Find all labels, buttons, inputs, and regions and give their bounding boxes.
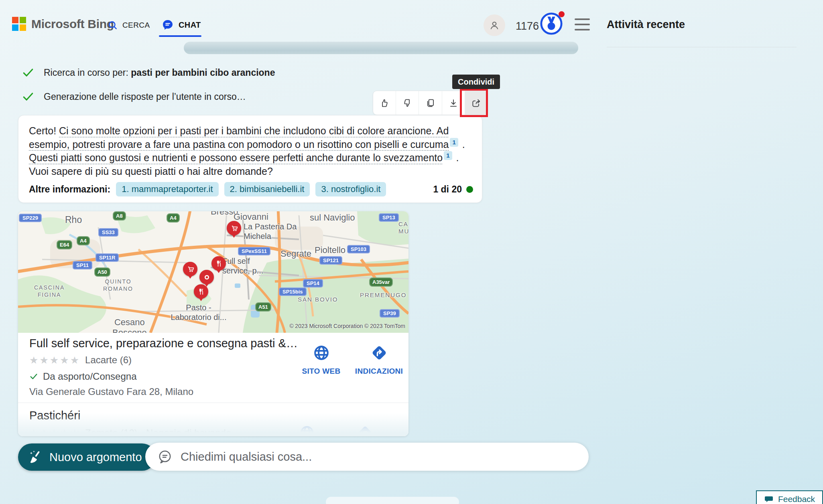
- thumbs-up-icon: [379, 98, 390, 108]
- directions-button[interactable]: [357, 425, 373, 436]
- map-label-cesano-line2: Boscone: [112, 328, 147, 333]
- download-icon: [448, 98, 459, 108]
- map-label-sul-naviglio: sul Naviglio: [310, 213, 355, 223]
- map[interactable]: Bresso Rho Giovanni sul Naviglio La Past…: [18, 211, 408, 333]
- map-pin-restaurant[interactable]: [194, 284, 208, 299]
- rating-row: ★★★★★ Zomato (12) · Negozio di bevande: [29, 427, 231, 436]
- map-label-quinto-line1: QUINTO: [103, 278, 133, 285]
- road-badge-a50: A50: [94, 267, 110, 277]
- source-link-2[interactable]: 2. bimbisaniebelli.it: [224, 182, 310, 196]
- map-label-ca: CA: [398, 221, 408, 228]
- share-button[interactable]: [465, 91, 488, 115]
- map-label-quinto-line2: ROMANO: [103, 285, 133, 292]
- citation-badge-2[interactable]: 1: [444, 151, 452, 160]
- new-topic-button[interactable]: Nuovo argomento: [18, 443, 156, 471]
- profile-avatar[interactable]: [484, 14, 505, 36]
- tab-chat[interactable]: CHAT: [161, 18, 201, 31]
- sources-label: Altre informazioni:: [29, 184, 110, 195]
- thumbs-down-button[interactable]: [396, 91, 419, 115]
- place-title: Full self service, preparazione e conseg…: [29, 337, 298, 350]
- chat-input-bar[interactable]: [145, 443, 589, 471]
- map-label-cascina-line1: CASCINA: [34, 284, 65, 291]
- copy-icon: [425, 98, 436, 108]
- feedback-label: Feedback: [778, 494, 815, 504]
- bottom-panel-edge: [326, 497, 459, 504]
- download-button[interactable]: [442, 91, 465, 115]
- places-card: Bresso Rho Giovanni sul Naviglio La Past…: [18, 211, 408, 436]
- map-label-pasto-line2: Laboratorio di...: [167, 312, 231, 322]
- place-result-1[interactable]: Full self service, preparazione e conseg…: [18, 333, 408, 403]
- response-counter: 1 di 20: [433, 184, 462, 195]
- road-badge-sp14: SP14: [303, 279, 323, 287]
- answer-bubble: Certo! Ci sono molte opzioni per i pasti…: [18, 115, 482, 203]
- copy-button[interactable]: [419, 91, 441, 115]
- citation-text-1[interactable]: Ci sono molte opzioni per i pasti per i …: [29, 125, 449, 150]
- chat-input[interactable]: [181, 450, 550, 464]
- road-badge-sp121: SP121: [319, 256, 342, 265]
- place-title: Pastichéri: [29, 409, 80, 422]
- tab-search-label: CERCA: [122, 21, 150, 30]
- road-badge-sp11: SP11: [73, 261, 92, 269]
- map-pin-shop[interactable]: [227, 221, 241, 235]
- globe-icon: [299, 425, 315, 436]
- road-badge-a4: A4: [77, 236, 90, 245]
- website-button[interactable]: SITO WEB: [294, 344, 348, 376]
- map-label-pioltello: Pioltello: [315, 245, 345, 255]
- road-badge-e64: E64: [57, 240, 72, 249]
- directions-icon: [357, 425, 373, 436]
- status-search: Ricerca in corso per: pasti per bambini …: [22, 67, 275, 79]
- road-badge-sp229: SP229: [19, 214, 42, 222]
- notification-dot: [559, 11, 565, 17]
- map-pin-shop[interactable]: [183, 262, 197, 276]
- map-label-premenugo: PREMENUGO: [360, 291, 406, 299]
- fork-knife-icon: [197, 288, 205, 296]
- answer-toolbar: [373, 91, 488, 115]
- status-generating: Generazione delle risposte per l’utente …: [22, 91, 246, 103]
- thumbs-up-button[interactable]: [373, 91, 396, 115]
- citation-text-2[interactable]: Questi piatti sono gustosi e nutrienti e…: [29, 152, 443, 163]
- map-label-pasto-line1: Pasto -: [167, 303, 231, 312]
- status-generating-text: Generazione delle risposte per l’utente …: [44, 91, 246, 102]
- map-label-mu: MU: [398, 228, 408, 235]
- source-link-3[interactable]: 3. nostrofiglio.it: [315, 182, 386, 196]
- road-badge-a35var: A35var: [369, 277, 393, 287]
- place-result-2[interactable]: Pastichéri ★★★★★ Zomato (12) · Negozio d…: [18, 403, 408, 436]
- source-link-1[interactable]: 1. mammapretaporter.it: [116, 182, 218, 196]
- road-badge-a4: A4: [167, 213, 180, 223]
- road-badge-ss33: SS33: [98, 228, 118, 237]
- directions-button[interactable]: INDICAZIONI: [352, 344, 406, 376]
- hamburger-menu[interactable]: [575, 18, 590, 30]
- map-label-san-bovio: SAN BOVIO: [298, 296, 338, 303]
- service-row: Da asporto/Consegna: [29, 371, 136, 382]
- road-badge-sp13: SP13: [379, 213, 399, 222]
- bing-logo[interactable]: Microsoft Bing: [12, 17, 114, 31]
- rating-source: Lacarte (6): [85, 354, 132, 366]
- star-rating: ★★★★★: [29, 428, 80, 437]
- website-button[interactable]: [299, 425, 315, 436]
- check-icon: [22, 91, 34, 103]
- globe-icon: [313, 344, 330, 362]
- previous-message-edge: [184, 42, 578, 54]
- feedback-bubble-icon: [764, 494, 774, 504]
- feedback-button[interactable]: Feedback: [756, 490, 823, 504]
- map-label-fullself-line1: Full self: [222, 256, 263, 266]
- road-badge-sp11r: SP11R: [96, 253, 119, 262]
- sidebar-title: Attività recente: [607, 18, 685, 31]
- tab-search[interactable]: CERCA: [108, 20, 150, 30]
- tab-chat-label: CHAT: [179, 20, 201, 30]
- check-icon: [29, 372, 38, 381]
- map-pin-place[interactable]: [199, 270, 214, 284]
- share-tooltip: Condividi: [452, 75, 500, 89]
- sources-row: Altre informazioni: 1. mammapretaporter.…: [29, 182, 473, 196]
- rewards-points[interactable]: 1176: [516, 20, 539, 32]
- search-icon: [108, 20, 118, 30]
- status-dot: [466, 186, 473, 193]
- citation-badge-1[interactable]: 1: [450, 138, 458, 147]
- road-badge-spexss11: SPexSS11: [238, 247, 270, 255]
- answer-sep: .: [459, 139, 465, 150]
- map-pin-restaurant[interactable]: [211, 256, 226, 271]
- microsoft-logo-icon: [12, 17, 26, 31]
- star-rating: ★★★★★: [29, 355, 80, 365]
- map-label-pasteria-line2: Michela: [244, 231, 297, 241]
- person-icon: [488, 19, 500, 31]
